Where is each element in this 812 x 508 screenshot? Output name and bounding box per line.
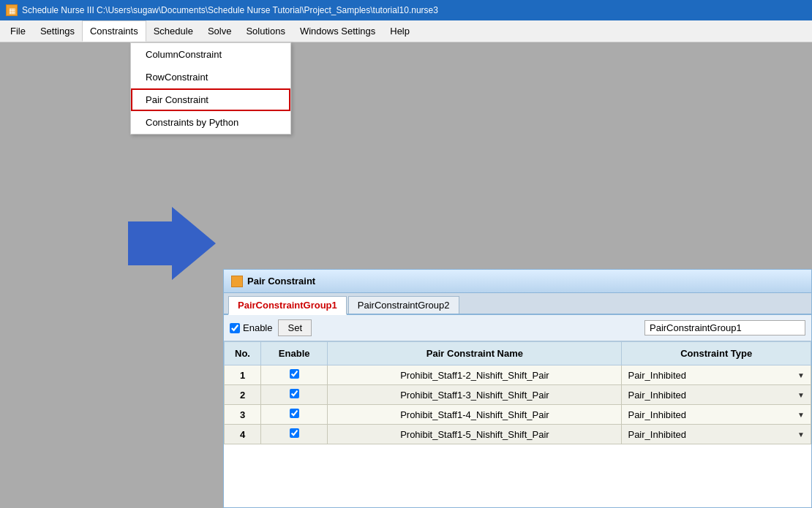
row-enable-checkbox-4[interactable] [290,428,299,438]
constraints-by-python-item[interactable]: Constraints by Python [131,111,290,134]
cell-enable-2[interactable] [261,385,328,405]
panel-title-text: Pair Constraint [247,276,315,287]
col-header-no: No. [225,342,261,365]
type-label-2: Pair_Inhibited [628,390,686,401]
enable-checkbox-label[interactable]: Enable [230,322,272,333]
windows-settings-menu[interactable]: Windows Settings [293,20,383,42]
constraints-table: No. Enable Pair Constraint Name Constrai… [224,341,811,444]
table-row: 2 Prohibit_Staff1-3_Nishift_Shift_Pair P… [225,385,811,405]
enable-label: Enable [243,322,272,333]
cell-enable-1[interactable] [261,365,328,385]
cell-name-4: Prohibit_Staff1-5_Nishift_Shift_Pair [328,425,622,444]
row-enable-checkbox-3[interactable] [290,409,299,418]
svg-marker-0 [128,207,216,280]
row-enable-checkbox-2[interactable] [290,389,299,398]
table-row: 4 Prohibit_Staff1-5_Nishift_Shift_Pair P… [225,425,811,444]
cell-no-2: 2 [225,385,261,405]
type-dropdown-4[interactable]: ▼ [797,431,805,439]
tab-group2[interactable]: PairConstraintGroup2 [348,296,459,314]
cell-no-4: 4 [225,425,261,444]
title-bar: ▦ Schedule Nurse III C:\Users\sugaw\Docu… [0,0,812,20]
cell-type-4: Pair_Inhibited ▼ [622,425,811,444]
row-enable-checkbox-1[interactable] [290,369,299,379]
cell-type-2: Pair_Inhibited ▼ [622,385,811,405]
cell-name-3: Prohibit_Staff1-4_Nishift_Shift_Pair [328,405,622,425]
type-dropdown-2[interactable]: ▼ [797,391,805,399]
pair-constraint-item[interactable]: Pair Constraint [131,88,290,111]
app-icon: ▦ [6,4,18,16]
constraints-menu[interactable]: Constraints [82,20,146,42]
panel-icon [231,276,243,287]
cell-name-1: Prohibit_Staff1-2_Nishift_Shift_Pair [328,365,622,385]
cell-type-3: Pair_Inhibited ▼ [622,405,811,425]
help-menu[interactable]: Help [383,20,417,42]
type-dropdown-3[interactable]: ▼ [797,411,805,419]
solutions-menu[interactable]: Solutions [238,20,292,42]
toolbar-row: Enable Set [224,315,811,341]
enable-checkbox[interactable] [230,323,240,333]
cell-name-2: Prohibit_Staff1-3_Nishift_Shift_Pair [328,385,622,405]
cell-type-1: Pair_Inhibited ▼ [622,365,811,385]
title-bar-text: Schedule Nurse III C:\Users\sugaw\Docume… [22,5,438,15]
type-label-3: Pair_Inhibited [628,409,686,420]
column-constraint-item[interactable]: ColumnConstraint [131,43,290,66]
file-menu[interactable]: File [3,20,33,42]
table-row: 1 Prohibit_Staff1-2_Nishift_Shift_Pair P… [225,365,811,385]
arrow-indicator [128,207,216,280]
col-header-enable: Enable [261,342,328,365]
schedule-menu[interactable]: Schedule [146,20,200,42]
type-label-1: Pair_Inhibited [628,370,686,381]
menu-bar: File Settings Constraints Schedule Solve… [0,20,812,42]
cell-enable-3[interactable] [261,405,328,425]
cell-no-3: 3 [225,405,261,425]
solve-menu[interactable]: Solve [200,20,239,42]
table-row: 3 Prohibit_Staff1-4_Nishift_Shift_Pair P… [225,405,811,425]
row-constraint-item[interactable]: RowConstraint [131,66,290,88]
constraints-dropdown: ColumnConstraint RowConstraint Pair Cons… [130,42,291,134]
set-button[interactable]: Set [278,319,312,336]
cell-enable-4[interactable] [261,425,328,444]
col-header-name: Pair Constraint Name [328,342,622,365]
tabs-row: PairConstraintGroup1 PairConstraintGroup… [224,293,811,315]
main-area: Pair Constraint PairConstraintGroup1 Pai… [0,42,812,508]
cell-no-1: 1 [225,365,261,385]
tab-group1[interactable]: PairConstraintGroup1 [228,296,347,315]
panel-title-bar: Pair Constraint [224,270,811,293]
group-name-input[interactable] [644,320,805,335]
settings-menu[interactable]: Settings [33,20,82,42]
type-label-4: Pair_Inhibited [628,429,686,440]
col-header-type: Constraint Type [622,342,811,365]
type-dropdown-1[interactable]: ▼ [797,371,805,379]
pair-constraint-panel: Pair Constraint PairConstraintGroup1 Pai… [223,269,812,508]
table-container: No. Enable Pair Constraint Name Constrai… [224,341,811,444]
